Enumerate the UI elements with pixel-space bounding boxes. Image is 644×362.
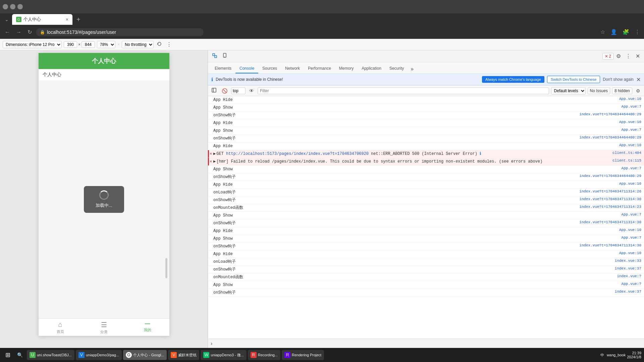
console-settings-button[interactable]: ⚙ xyxy=(634,87,642,95)
devtools-tab-overflow-button[interactable]: » xyxy=(409,65,416,73)
devtools-more-button[interactable]: ⋮ xyxy=(624,52,633,61)
extensions-button[interactable]: 🧩 xyxy=(621,27,631,37)
scroll-indicator[interactable] xyxy=(165,258,167,278)
phone-tab-category[interactable]: ☰ 分类 xyxy=(82,321,126,335)
log-source-link[interactable]: index.vue?t=1704634711314:30 xyxy=(579,243,641,247)
new-tab-button[interactable]: + xyxy=(74,14,83,25)
log-source-link[interactable]: index.vue?t=1704634711314:30 xyxy=(579,220,641,224)
log-source-link[interactable]: index.vue?t=1704634464480:29 xyxy=(579,174,641,178)
match-language-button[interactable]: Always match Chrome's language xyxy=(482,76,544,83)
log-source-link[interactable]: client.ts:404 xyxy=(612,151,641,155)
console-log-area[interactable]: App HideApp.vue:10App ShowApp.vue:7onSho… xyxy=(208,96,644,339)
switch-chinese-button[interactable]: Switch DevTools to Chinese xyxy=(547,76,600,83)
maximize-button[interactable] xyxy=(10,4,15,9)
width-input[interactable] xyxy=(64,41,77,48)
device-toggle-button[interactable] xyxy=(220,52,229,61)
bookmark-button[interactable]: ☆ xyxy=(599,27,606,37)
tab-performance[interactable]: Performance xyxy=(304,64,335,73)
throttle-select[interactable]: No throttling xyxy=(122,41,154,48)
back-button[interactable]: ← xyxy=(3,28,12,37)
eye-button[interactable]: 👁 xyxy=(248,87,256,95)
log-source-link[interactable]: index.vue?t=1704634464480:29 xyxy=(579,135,641,139)
tabs-overflow-button[interactable]: ⌄ xyxy=(3,15,11,23)
app-1-icon: V xyxy=(78,352,85,358)
dismiss-banner-button[interactable]: Don't show again xyxy=(603,77,634,82)
tab-network[interactable]: Network xyxy=(281,64,304,73)
start-button[interactable]: ⊞ xyxy=(3,350,13,360)
rotate-button[interactable] xyxy=(156,41,163,48)
log-source-link[interactable]: index.vue?t=1704634711314:30 xyxy=(579,197,641,201)
tab-close-button[interactable]: × xyxy=(66,17,68,22)
filter-input[interactable] xyxy=(258,87,549,94)
devtools-settings-button[interactable]: ⚙ xyxy=(614,52,623,61)
log-source-link[interactable]: index.vue:33 xyxy=(615,259,641,263)
log-source-link[interactable]: index.vue?t=1704634464480:29 xyxy=(579,112,641,116)
hidden-badge[interactable]: 8 hidden xyxy=(612,87,632,94)
log-source-link[interactable]: index.vue:? xyxy=(617,274,641,278)
tab-memory[interactable]: Memory xyxy=(335,64,358,73)
responsive-more-button[interactable]: ⋮ xyxy=(165,41,173,48)
error-badge[interactable]: ✕ 2 xyxy=(602,53,613,60)
log-source-link[interactable]: App.vue:10 xyxy=(619,143,641,147)
log-source-link[interactable]: App.vue:7 xyxy=(622,105,641,109)
forward-button[interactable]: → xyxy=(14,28,23,37)
taskbar-app-2[interactable]: G 个人中心 - Googl... xyxy=(123,350,167,360)
address-input-wrap[interactable]: 🔒 xyxy=(36,28,204,36)
console-clear-button[interactable]: 🚫 xyxy=(220,87,229,95)
browser-tab[interactable]: G 个人中心 × xyxy=(12,14,72,25)
expand-arrow-icon[interactable]: ▶ xyxy=(213,159,216,165)
taskbar-app-5[interactable]: R Recording... xyxy=(248,350,280,360)
log-source-link[interactable]: client.ts:115 xyxy=(612,159,641,163)
tab-elements[interactable]: Elements xyxy=(211,64,235,73)
log-source-link[interactable]: index.vue?t=1704634711314:23 xyxy=(579,205,641,209)
log-source-link[interactable]: App.vue:10 xyxy=(619,251,641,255)
log-source-link[interactable]: App.vue:10 xyxy=(619,182,641,186)
log-source-link[interactable]: index.vue:37 xyxy=(615,266,641,270)
error-info-icon[interactable]: ℹ xyxy=(480,152,481,156)
log-source-link[interactable]: App.vue:7 xyxy=(622,213,641,217)
console-prompt-button[interactable]: › xyxy=(211,341,212,347)
height-input[interactable] xyxy=(82,41,95,48)
phone-tab-home[interactable]: ⌂ 首页 xyxy=(39,321,82,335)
inspect-element-button[interactable] xyxy=(210,52,219,61)
taskbar-app-6[interactable]: R Rendering Project xyxy=(282,350,324,360)
phone-tab-mine[interactable]: — 我的 xyxy=(126,321,169,335)
taskbar-time: 21:39 2024/1/8 xyxy=(627,351,641,359)
taskbar-search-button[interactable]: 🔍 xyxy=(14,351,25,359)
taskbar-app-4[interactable]: W uniappDemo3 - 微... xyxy=(201,350,246,360)
zoom-select[interactable]: 78% xyxy=(97,41,115,48)
more-button[interactable]: ⋮ xyxy=(633,27,641,37)
log-level-select[interactable]: Default levels xyxy=(551,87,586,95)
error-link[interactable]: http://localhost:5173/pages/index/index.… xyxy=(226,152,369,156)
log-source-link[interactable]: App.vue:7 xyxy=(622,166,641,170)
app-4-label: uniappDemo3 - 微... xyxy=(211,353,244,358)
taskbar-app-0[interactable]: U uni.showToast(OBJ... xyxy=(27,350,74,360)
address-input[interactable] xyxy=(47,29,200,35)
tab-sources[interactable]: Sources xyxy=(258,64,281,73)
console-sidebar-button[interactable] xyxy=(210,87,218,95)
language-button[interactable]: 中 xyxy=(600,353,604,358)
log-source-link[interactable]: App.vue:10 xyxy=(619,228,641,232)
reload-button[interactable]: ↻ xyxy=(25,27,34,37)
tab-security[interactable]: Security xyxy=(385,64,408,73)
log-source-link[interactable]: index.vue:37 xyxy=(615,290,641,294)
tab-console[interactable]: Console xyxy=(235,64,258,73)
devtools-close-button[interactable]: ✕ xyxy=(634,52,642,61)
device-select[interactable]: Dimensions: iPhone 12 Pro xyxy=(3,41,62,48)
issues-badge[interactable]: No Issues xyxy=(588,87,610,94)
profile-button[interactable]: 👤 xyxy=(609,27,619,37)
close-window-button[interactable] xyxy=(17,4,23,9)
log-source-link[interactable]: App.vue:7 xyxy=(622,128,641,132)
taskbar-app-3[interactable]: V 威虾米壁纸 xyxy=(168,350,199,360)
taskbar-app-1[interactable]: V uniappDemo3/pag... xyxy=(76,350,122,360)
context-select[interactable]: top xyxy=(231,87,246,94)
log-source-link[interactable]: App.vue:10 xyxy=(619,120,641,124)
log-source-link[interactable]: App.vue:10 xyxy=(619,97,641,101)
close-banner-button[interactable]: ✕ xyxy=(636,76,641,83)
expand-arrow-icon[interactable]: ▶ xyxy=(213,151,216,157)
tab-application[interactable]: Application xyxy=(358,64,385,73)
minimize-button[interactable] xyxy=(3,4,8,9)
log-source-link[interactable]: App.vue:7 xyxy=(622,236,641,240)
log-source-link[interactable]: index.vue?t=1704634711314:26 xyxy=(579,189,641,193)
log-source-link[interactable]: App.vue:? xyxy=(622,282,641,286)
